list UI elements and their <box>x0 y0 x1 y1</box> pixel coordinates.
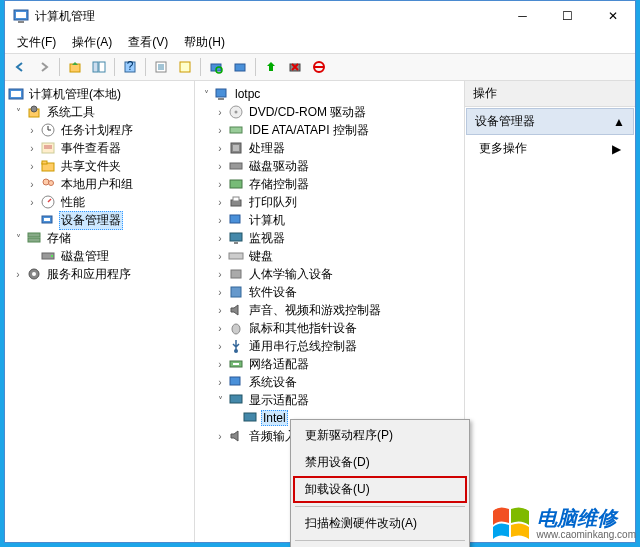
update-drv-button[interactable] <box>260 56 282 78</box>
context-menu: 更新驱动程序(P) 禁用设备(D) 卸载设备(U) 扫描检测硬件改动(A) 属性… <box>290 419 470 547</box>
actions-header: 操作 <box>465 81 635 107</box>
expand-icon[interactable]: › <box>213 195 227 209</box>
dev-mouse[interactable]: ›鼠标和其他指针设备 <box>197 319 462 337</box>
separator <box>114 58 115 76</box>
expand-icon[interactable]: › <box>213 105 227 119</box>
dev-label: 存储控制器 <box>247 175 311 194</box>
expand-icon[interactable]: › <box>213 285 227 299</box>
expand-icon[interactable]: ˅ <box>213 393 227 407</box>
dev-hid[interactable]: ›人体学输入设备 <box>197 265 462 283</box>
expand-icon[interactable]: › <box>213 249 227 263</box>
uninstall-button[interactable] <box>284 56 306 78</box>
dev-display[interactable]: ˅显示适配器 <box>197 391 462 409</box>
dev-print[interactable]: ›打印队列 <box>197 193 462 211</box>
tree-shared[interactable]: › 共享文件夹 <box>7 157 192 175</box>
expand-icon[interactable]: › <box>213 303 227 317</box>
tree-root[interactable]: 计算机管理(本地) <box>7 85 192 103</box>
disable-button[interactable] <box>308 56 330 78</box>
dev-disk[interactable]: ›磁盘驱动器 <box>197 157 462 175</box>
expand-icon[interactable]: › <box>25 177 39 191</box>
expand-icon[interactable]: › <box>213 231 227 245</box>
dev-sysdev[interactable]: ›系统设备 <box>197 373 462 391</box>
dev-label: 显示适配器 <box>247 391 311 410</box>
tree-eventviewer[interactable]: › 事件查看器 <box>7 139 192 157</box>
dev-keyboard[interactable]: ›键盘 <box>197 247 462 265</box>
actions-more[interactable]: 更多操作 ▶ <box>465 136 635 161</box>
titlebar: 计算机管理 ─ ☐ ✕ <box>5 1 635 31</box>
collapse-icon[interactable]: ▲ <box>613 115 625 129</box>
expand-icon[interactable]: › <box>213 375 227 389</box>
expand-icon[interactable]: ˅ <box>199 87 213 101</box>
dev-dvd[interactable]: ›DVD/CD-ROM 驱动器 <box>197 103 462 121</box>
dev-ide[interactable]: ›IDE ATA/ATAPI 控制器 <box>197 121 462 139</box>
menu-help[interactable]: 帮助(H) <box>178 32 231 53</box>
expand-icon[interactable]: › <box>213 123 227 137</box>
tree-devmgr[interactable]: 设备管理器 <box>7 211 192 229</box>
close-button[interactable]: ✕ <box>590 1 635 31</box>
svg-rect-3 <box>70 64 80 72</box>
forward-button[interactable] <box>33 56 55 78</box>
dev-swdev[interactable]: ›软件设备 <box>197 283 462 301</box>
expand-icon[interactable]: › <box>213 357 227 371</box>
refresh-button[interactable] <box>174 56 196 78</box>
separator <box>295 506 465 507</box>
action-button[interactable]: ? <box>119 56 141 78</box>
cm-disable-device[interactable]: 禁用设备(D) <box>293 449 467 476</box>
cm-scan-hw[interactable]: 扫描检测硬件改动(A) <box>293 510 467 537</box>
scan-button[interactable] <box>205 56 227 78</box>
expand-icon[interactable]: › <box>25 159 39 173</box>
svg-rect-65 <box>244 413 256 421</box>
svg-point-32 <box>49 181 54 186</box>
dev-net[interactable]: ›网络适配器 <box>197 355 462 373</box>
console-tree[interactable]: 计算机管理(本地) ˅ 系统工具 › 任务计划程序 › 事件查看器 › 共享文件… <box>5 81 195 542</box>
dev-cpu[interactable]: ›处理器 <box>197 139 462 157</box>
expand-icon[interactable]: › <box>213 159 227 173</box>
device-tree[interactable]: ˅lotpc ›DVD/CD-ROM 驱动器 ›IDE ATA/ATAPI 控制… <box>195 81 465 542</box>
cm-uninstall-device[interactable]: 卸载设备(U) <box>293 476 467 503</box>
tree-localusers[interactable]: › 本地用户和组 <box>7 175 192 193</box>
expand-icon[interactable]: ˅ <box>11 231 25 245</box>
tree-label: 磁盘管理 <box>59 247 111 266</box>
expand-icon[interactable]: ˅ <box>11 105 25 119</box>
svg-rect-53 <box>230 215 240 223</box>
show-hide-button[interactable] <box>88 56 110 78</box>
expand-icon[interactable]: › <box>213 339 227 353</box>
expand-icon[interactable]: › <box>213 429 227 443</box>
back-button[interactable] <box>9 56 31 78</box>
dev-usb[interactable]: ›通用串行总线控制器 <box>197 337 462 355</box>
menu-file[interactable]: 文件(F) <box>11 32 62 53</box>
tree-diskmgmt[interactable]: 磁盘管理 <box>7 247 192 265</box>
properties-button[interactable] <box>150 56 172 78</box>
up-button[interactable] <box>64 56 86 78</box>
svg-rect-1 <box>16 12 26 18</box>
expand-icon[interactable]: › <box>213 321 227 335</box>
cm-update-driver[interactable]: 更新驱动程序(P) <box>293 422 467 449</box>
tree-perf[interactable]: › 性能 <box>7 193 192 211</box>
dev-audio-game[interactable]: ›声音、视频和游戏控制器 <box>197 301 462 319</box>
expand-icon[interactable]: › <box>25 195 39 209</box>
expand-icon[interactable]: › <box>213 177 227 191</box>
svg-rect-50 <box>230 180 242 188</box>
maximize-button[interactable]: ☐ <box>545 1 590 31</box>
dev-storage-ctrl[interactable]: ›存储控制器 <box>197 175 462 193</box>
expand-icon[interactable]: › <box>213 213 227 227</box>
minimize-button[interactable]: ─ <box>500 1 545 31</box>
menu-action[interactable]: 操作(A) <box>66 32 118 53</box>
dev-root[interactable]: ˅lotpc <box>197 85 462 103</box>
tree-tasksched[interactable]: › 任务计划程序 <box>7 121 192 139</box>
menu-view[interactable]: 查看(V) <box>122 32 174 53</box>
expand-icon[interactable]: › <box>213 141 227 155</box>
dev-label: 磁盘驱动器 <box>247 157 311 176</box>
actions-section[interactable]: 设备管理器 ▲ <box>466 108 634 135</box>
expand-icon[interactable]: › <box>11 267 25 281</box>
add-hw-button[interactable] <box>229 56 251 78</box>
expand-icon[interactable]: › <box>25 123 39 137</box>
expand-icon[interactable]: › <box>25 141 39 155</box>
dev-computer[interactable]: ›计算机 <box>197 211 462 229</box>
tree-storage[interactable]: ˅ 存储 <box>7 229 192 247</box>
dev-monitor[interactable]: ›监视器 <box>197 229 462 247</box>
tree-svcapps[interactable]: › 服务和应用程序 <box>7 265 192 283</box>
dev-label: IDE ATA/ATAPI 控制器 <box>247 121 371 140</box>
tree-systools[interactable]: ˅ 系统工具 <box>7 103 192 121</box>
expand-icon[interactable]: › <box>213 267 227 281</box>
